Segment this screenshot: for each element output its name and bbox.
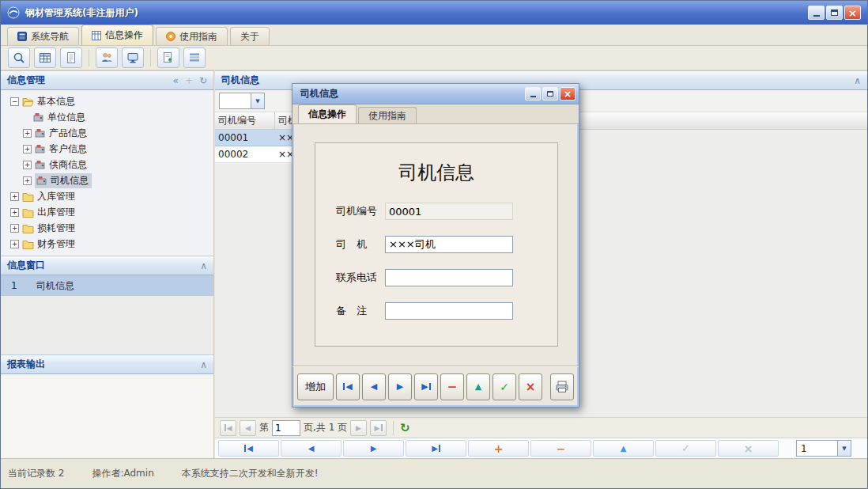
- dialog-maximize-button[interactable]: [542, 87, 558, 100]
- window-item-label: 司机信息: [36, 279, 74, 293]
- record-add-button[interactable]: +: [468, 440, 529, 457]
- record-selector-combo[interactable]: 1 ▼: [796, 440, 851, 457]
- dialog-titlebar[interactable]: 司机信息 ×: [292, 84, 579, 104]
- cross-icon: ×: [744, 442, 753, 455]
- tree-item-finance-mgmt[interactable]: + 财务管理: [1, 236, 213, 252]
- chevron-down-icon[interactable]: ▼: [837, 441, 851, 456]
- collapse-node-icon[interactable]: −: [10, 97, 19, 106]
- collapse-sidebar-icon[interactable]: «: [173, 75, 179, 86]
- window-panel-header[interactable]: 信息窗口 ∧: [1, 256, 213, 275]
- list-button[interactable]: [183, 47, 206, 68]
- tab-user-guide[interactable]: 使用指南: [156, 27, 228, 45]
- chevron-down-icon[interactable]: ▼: [251, 93, 264, 108]
- search-button[interactable]: [8, 47, 30, 68]
- dialog-form-title: 司机信息: [315, 160, 558, 185]
- add-tool-icon[interactable]: +: [185, 75, 193, 86]
- minimize-icon: [813, 15, 820, 17]
- printer-icon: [555, 380, 569, 393]
- maximize-button[interactable]: [826, 6, 843, 20]
- phone-label: 联系电话: [336, 271, 385, 285]
- expand-node-icon[interactable]: +: [10, 224, 19, 233]
- first-page-button[interactable]: ◀: [220, 420, 236, 436]
- refresh-tool-icon[interactable]: ↻: [199, 75, 207, 86]
- delete-record-button[interactable]: −: [440, 373, 464, 400]
- table-view-button[interactable]: [34, 47, 56, 68]
- column-header-driver-id[interactable]: 司机编号: [215, 112, 275, 129]
- refresh-icon[interactable]: ↻: [400, 421, 410, 435]
- guide-icon: [166, 32, 175, 41]
- save-record-button[interactable]: ✓: [492, 373, 516, 400]
- record-cancel-button[interactable]: ×: [718, 440, 779, 457]
- prev-page-button[interactable]: ◀: [240, 420, 256, 436]
- record-save-button[interactable]: ✓: [655, 440, 716, 457]
- record-prev-button[interactable]: ◀: [281, 440, 342, 457]
- record-edit-button[interactable]: ▲: [593, 440, 654, 457]
- minimize-button[interactable]: [808, 6, 825, 20]
- form-row-driver-id: 司机编号: [336, 203, 542, 220]
- monitor-button[interactable]: [122, 47, 144, 68]
- new-document-button[interactable]: [60, 47, 82, 68]
- cancel-record-button[interactable]: ×: [519, 373, 542, 400]
- driver-id-field[interactable]: [385, 203, 513, 220]
- chevron-up-icon[interactable]: ∧: [854, 75, 861, 86]
- tree-item-driver-info[interactable]: + 司机信息: [1, 172, 213, 188]
- next-page-button[interactable]: ▶: [350, 420, 367, 436]
- tree-item-unit-info[interactable]: 单位信息: [1, 109, 213, 125]
- last-record-button[interactable]: ▶: [414, 373, 438, 400]
- next-record-button[interactable]: ▶: [388, 373, 412, 400]
- close-button[interactable]: ×: [844, 6, 861, 20]
- expand-node-icon[interactable]: +: [23, 161, 32, 169]
- tree-item-inbound-mgmt[interactable]: + 入库管理: [1, 188, 213, 204]
- record-first-button[interactable]: ◀: [218, 440, 279, 457]
- record-next-button[interactable]: ▶: [343, 440, 404, 457]
- dialog-tab-user-guide[interactable]: 使用指南: [358, 107, 417, 123]
- tab-info-ops[interactable]: 信息操作: [81, 25, 153, 45]
- sidebar: 信息管理 « + ↻ − 基本信息 单位信息 + 产品信息: [1, 70, 214, 458]
- dialog-tab-info-ops[interactable]: 信息操作: [298, 104, 357, 123]
- grid-filter-combo[interactable]: ▼: [219, 93, 265, 109]
- tree-item-customer-info[interactable]: + 客户信息: [1, 141, 213, 157]
- window-list-item[interactable]: 1 司机信息: [1, 275, 213, 296]
- expand-node-icon[interactable]: +: [10, 208, 19, 217]
- expand-node-icon[interactable]: +: [23, 176, 32, 185]
- phone-field[interactable]: [385, 269, 513, 286]
- page-input[interactable]: [272, 420, 300, 436]
- chevron-up-icon[interactable]: ∧: [200, 359, 207, 370]
- expand-node-icon[interactable]: +: [10, 192, 19, 201]
- print-button[interactable]: [550, 373, 574, 400]
- tab-system-nav[interactable]: 系统导航: [7, 27, 79, 45]
- report-panel-header[interactable]: 报表输出 ∧: [1, 354, 213, 374]
- edit-record-button[interactable]: ▲: [466, 373, 490, 400]
- add-button[interactable]: 增加: [297, 373, 334, 400]
- dialog-minimize-button[interactable]: [525, 87, 541, 100]
- operator-label: 操作者:Admin: [92, 467, 153, 480]
- prev-icon: ◀: [308, 444, 315, 453]
- toolbar-separator: [150, 49, 151, 66]
- chevron-up-icon[interactable]: ∧: [200, 260, 207, 271]
- tree-item-product-info[interactable]: + 产品信息: [1, 125, 213, 141]
- expand-node-icon[interactable]: +: [23, 129, 32, 138]
- close-icon: ×: [564, 89, 572, 100]
- expand-node-icon[interactable]: +: [23, 145, 32, 154]
- status-message: 本系统支持二次开发和全新开发!: [182, 467, 319, 480]
- prev-record-button[interactable]: ◀: [362, 373, 386, 400]
- prev-page-icon: ◀: [245, 424, 251, 432]
- first-record-button[interactable]: ◀: [336, 373, 360, 400]
- record-last-button[interactable]: ▶: [406, 440, 466, 457]
- tree-item-outbound-mgmt[interactable]: + 出库管理: [1, 204, 213, 220]
- driver-name-field[interactable]: [385, 236, 513, 253]
- tree-item-basic-info[interactable]: − 基本信息: [1, 93, 213, 109]
- remark-field[interactable]: [385, 302, 513, 320]
- export-button[interactable]: [157, 47, 179, 68]
- expand-node-icon[interactable]: +: [10, 240, 19, 248]
- info-tree: − 基本信息 单位信息 + 产品信息 + 客户信息 + 供商信息: [1, 90, 213, 256]
- tree-item-supplier-info[interactable]: + 供商信息: [1, 157, 213, 172]
- tab-about[interactable]: 关于: [230, 27, 270, 45]
- record-delete-button[interactable]: −: [530, 440, 591, 457]
- check-icon: ✓: [681, 442, 690, 454]
- dialog-close-button[interactable]: ×: [560, 87, 576, 100]
- users-button[interactable]: [96, 47, 118, 68]
- last-page-button[interactable]: ▶: [370, 420, 387, 436]
- tree-item-loss-mgmt[interactable]: + 损耗管理: [1, 220, 213, 236]
- check-icon: ✓: [500, 381, 509, 393]
